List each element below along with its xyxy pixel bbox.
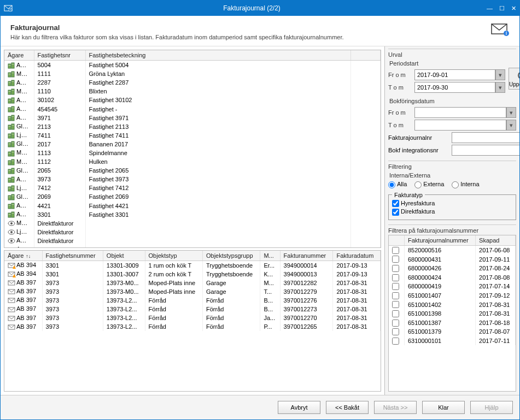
row-checkbox[interactable] — [392, 338, 399, 345]
dropdown-icon[interactable]: ▾ — [495, 82, 505, 93]
column-header[interactable]: M... — [260, 251, 280, 261]
minimize-button[interactable]: — — [487, 5, 493, 12]
table-row[interactable]: Marv...Direktfakturor — [4, 219, 381, 228]
table-row[interactable]: AB 3...3971Fastighet 3971 — [4, 114, 381, 122]
bokfint-input[interactable] — [452, 145, 519, 156]
bokf-from-input[interactable] — [414, 107, 506, 118]
table-row[interactable]: 63100001012017-07-11 — [389, 336, 516, 346]
table-row[interactable]: AB 397397313973-M0...Moped-Plats inneGar… — [4, 287, 381, 296]
table-row[interactable]: 65100013872017-08-18 — [389, 318, 516, 328]
table-row[interactable]: AB 3...3973Fastighet 3973 — [4, 175, 381, 184]
cancel-button[interactable]: Avbryt — [278, 401, 320, 414]
svg-rect-26 — [10, 91, 10, 92]
row-checkbox[interactable] — [392, 320, 399, 327]
svg-rect-57 — [12, 134, 13, 134]
back-button[interactable]: << Bakåt — [326, 401, 369, 414]
radio-externa[interactable]: Externa — [414, 181, 444, 188]
table-row[interactable]: 68000004192017-07-14 — [389, 282, 516, 291]
svg-rect-54 — [11, 133, 14, 138]
mail-info-icon[interactable]: i — [491, 23, 510, 38]
table-row[interactable]: Glam...2069Fastighet 2069 — [4, 192, 381, 201]
invoice-grid[interactable]: Ägare↑↓FastighetsnummerObjektObjektstypO… — [4, 250, 381, 392]
table-row[interactable]: AB 397397313973-L2...FörrådFörrådB...397… — [4, 305, 381, 313]
table-row[interactable]: AB 3...3301Fastighet 3301 — [4, 210, 381, 219]
table-row[interactable]: Ljun...7411Fastighet 7411 — [4, 131, 381, 140]
help-button[interactable]: Hjälp — [470, 401, 513, 414]
svg-rect-69 — [12, 152, 13, 152]
table-row[interactable]: AB 394330113301-30072 rum och kök TTrygg… — [4, 270, 381, 279]
row-checkbox[interactable] — [392, 283, 399, 290]
row-checkbox[interactable] — [392, 292, 399, 299]
table-row[interactable]: 68000004312017-09-11 — [389, 255, 516, 264]
table-row[interactable]: Glam...2065Fastighet 2065 — [4, 166, 381, 175]
column-header[interactable]: Fastighetsnummer — [42, 251, 103, 261]
table-row[interactable]: Glam...2017Bananen 2017 — [4, 140, 381, 149]
period-from-input[interactable] — [414, 69, 495, 80]
to-label: T o m — [388, 84, 411, 91]
column-header[interactable]: Fastighetsbeteckning — [85, 50, 351, 61]
table-row[interactable]: Marv...1110Blixten — [4, 87, 381, 96]
table-row[interactable]: AB 394330113301-30091 rum och kök TTrygg… — [4, 261, 381, 270]
table-row[interactable]: AB 397397313973-L2...FörrådFörrådJa...39… — [4, 313, 381, 322]
column-header[interactable]: Objekt — [103, 251, 145, 261]
table-row[interactable]: AB 6...30102Fastighet 30102 — [4, 96, 381, 104]
dropdown-icon[interactable]: ▾ — [495, 69, 505, 80]
column-header[interactable]: Fakturajournalnummer — [405, 235, 476, 246]
table-row[interactable]: AB 397397313973-M0...Moped-Plats inneGar… — [4, 279, 381, 287]
table-row[interactable]: Glam...2113Fastighet 2113 — [4, 122, 381, 131]
table-row[interactable]: Marv...1112Hulken — [4, 157, 381, 166]
table-row[interactable]: 68000004262017-08-24 — [389, 264, 516, 273]
radio-interna[interactable]: Interna — [452, 181, 479, 188]
table-row[interactable]: Marv...1113Spindelmanne — [4, 149, 381, 157]
chk-hyresfaktura[interactable]: Hyresfaktura — [392, 200, 435, 208]
table-row[interactable]: 65100014022017-08-31 — [389, 300, 516, 309]
table-row[interactable]: AB 3...Direktfakturor — [4, 245, 381, 248]
svg-rect-85 — [9, 179, 9, 180]
table-row[interactable]: Marv...1111Gröna Lyktan — [4, 69, 381, 78]
table-row[interactable]: AB 4...4421Fastighet 4421 — [4, 202, 381, 210]
dropdown-icon[interactable]: ▾ — [506, 107, 516, 118]
journalnr-input[interactable] — [452, 132, 519, 143]
table-row[interactable]: 65100014072017-09-12 — [389, 291, 516, 300]
table-row[interactable]: AB 4...Direktfakturor — [4, 236, 381, 245]
maximize-button[interactable]: ☐ — [499, 5, 505, 12]
column-header[interactable]: Objektstyp — [145, 251, 202, 261]
row-checkbox[interactable] — [392, 310, 399, 317]
table-row[interactable]: 65100013982017-08-31 — [389, 309, 516, 318]
column-header[interactable]: Skapad — [476, 235, 516, 246]
column-header[interactable]: Fakturadatum — [333, 251, 381, 261]
row-checkbox[interactable] — [392, 247, 399, 254]
dropdown-icon[interactable]: ▾ — [506, 120, 516, 131]
row-checkbox[interactable] — [392, 301, 399, 308]
period-to-input[interactable] — [414, 82, 495, 93]
journal-number-grid[interactable]: FakturajournalnummerSkapad 8520000516201… — [388, 235, 516, 392]
column-header[interactable]: Objektstypsgrupp — [203, 251, 260, 261]
table-row[interactable]: 85200005162017-06-08 — [389, 245, 516, 255]
table-row[interactable]: Ljun...7412Fastighet 7412 — [4, 184, 381, 192]
bokf-to-input[interactable] — [414, 120, 506, 131]
table-row[interactable]: 65100013792017-08-07 — [389, 327, 516, 336]
table-row[interactable]: AB 397397313973-L2...FörrådFörrådP...397… — [4, 322, 381, 331]
finish-button[interactable]: Klar — [422, 401, 465, 414]
table-row[interactable]: AB 6...454545Fastighet - — [4, 104, 381, 113]
table-row[interactable]: 68000004242017-08-08 — [389, 273, 516, 282]
chk-direktfaktura[interactable]: Direktfaktura — [392, 208, 435, 216]
radio-alla[interactable]: Alla — [388, 181, 407, 188]
column-header[interactable]: Ägare — [4, 50, 34, 61]
row-checkbox[interactable] — [392, 328, 399, 335]
table-row[interactable]: AB 5...5004Fastighet 5004 — [4, 61, 381, 70]
next-button[interactable]: Nästa >> — [374, 401, 417, 414]
update-button[interactable]: Uppdatera — [509, 68, 519, 90]
row-checkbox[interactable] — [392, 265, 399, 272]
column-header[interactable]: Fastighetsnr — [34, 50, 85, 61]
column-header[interactable]: Fakturanummer — [280, 251, 333, 261]
table-row[interactable]: AB 8...2287Fastighet 2287 — [4, 78, 381, 87]
table-row[interactable]: AB 397397313973-L2...FörrådFörrådB...397… — [4, 296, 381, 305]
row-checkbox[interactable] — [392, 256, 399, 263]
table-row[interactable]: Ljun...Direktfakturor — [4, 228, 381, 236]
row-checkbox[interactable] — [392, 274, 399, 281]
column-header[interactable]: Ägare↑↓ — [4, 251, 42, 261]
property-grid[interactable]: ÄgareFastighetsnrFastighetsbeteckning AB… — [4, 50, 381, 248]
window-title: Fakturajournal (2/2) — [17, 4, 487, 12]
close-button[interactable]: ✕ — [511, 5, 516, 12]
